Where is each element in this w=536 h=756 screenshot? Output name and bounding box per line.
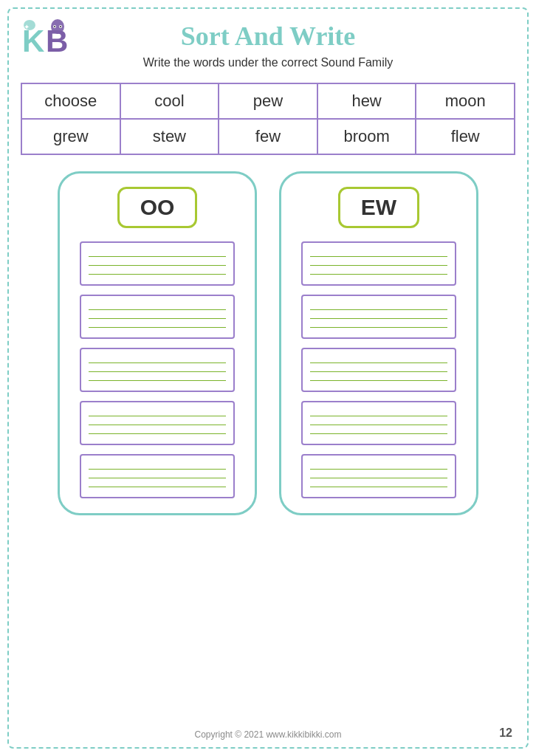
word-cell: few [219, 119, 317, 154]
word-table: choosecoolpewhewmoongrewstewfewbroomflew [21, 83, 515, 155]
svg-point-8 [60, 26, 61, 27]
write-box-oo-1[interactable] [80, 241, 235, 286]
word-cell: moon [416, 83, 515, 119]
sound-label-ew: EW [338, 187, 419, 228]
footer: Copyright © 2021 www.kikkibikki.com [9, 729, 527, 740]
sort-column-oo: OO [58, 171, 257, 515]
sort-area: OO EW [21, 171, 515, 515]
write-box-ew-3[interactable] [301, 348, 456, 392]
write-box-oo-2[interactable] [80, 295, 235, 339]
svg-point-4 [51, 19, 64, 34]
write-box-ew-2[interactable] [301, 295, 456, 339]
page: K B ✦ Sort And Write Write the words und… [7, 7, 529, 749]
word-cell: stew [120, 119, 219, 154]
word-cell: choose [21, 83, 120, 119]
sort-column-ew: EW [279, 171, 478, 515]
word-cell: cool [120, 83, 219, 119]
word-cell: hew [317, 83, 416, 119]
write-box-oo-3[interactable] [80, 348, 235, 392]
word-cell: flew [416, 119, 515, 154]
subtitle: Write the words under the correct Sound … [21, 56, 515, 69]
logo: K B ✦ [21, 18, 72, 62]
page-title: Sort And Write [181, 21, 356, 52]
word-cell: broom [317, 119, 416, 154]
write-box-oo-4[interactable] [80, 401, 235, 445]
svg-point-7 [54, 26, 55, 27]
write-box-ew-1[interactable] [301, 241, 456, 286]
svg-text:✦: ✦ [24, 23, 30, 31]
write-box-ew-5[interactable] [301, 454, 456, 498]
word-cell: grew [21, 119, 120, 154]
sound-label-oo: OO [117, 187, 198, 228]
header: K B ✦ Sort And Write [21, 21, 515, 52]
write-box-ew-4[interactable] [301, 401, 456, 445]
write-box-oo-5[interactable] [80, 454, 235, 498]
page-number: 12 [499, 726, 512, 740]
word-cell: pew [219, 83, 317, 119]
